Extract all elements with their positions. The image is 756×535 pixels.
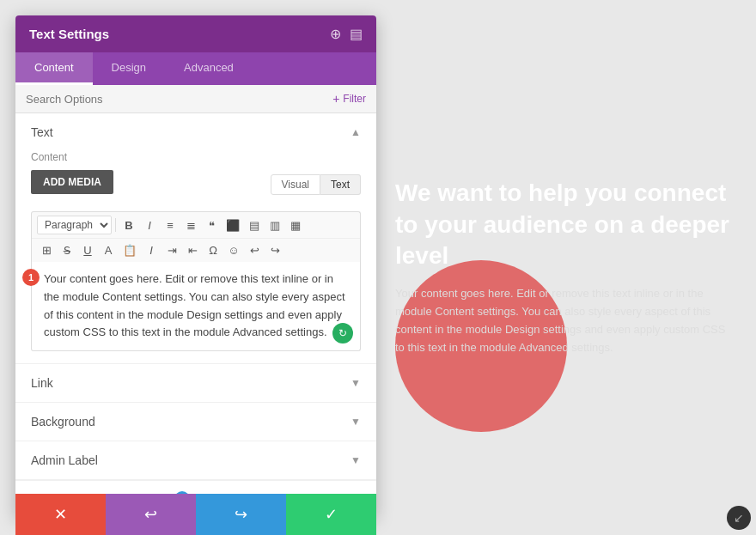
toolbar-row-1: Paragraph Heading 1 Heading 2 B I ≡ ≣ ❝ … [32,212,360,239]
background-section-header[interactable]: Background ▼ [15,403,376,441]
indent-button[interactable]: ⇥ [162,242,181,258]
editor-toggle: Visual Text [271,174,361,195]
underline-button[interactable]: U [78,242,97,258]
header-icons: ⊕ ▤ [330,26,363,42]
editor-area-wrapper: 1 Your content goes here. Edit or remove… [31,262,361,351]
background-chevron-icon: ▼ [351,416,361,428]
undo-button[interactable]: ↩ [106,494,196,535]
editor-text: Your content goes here. Edit or remove t… [44,272,345,338]
admin-label-section: Admin Label ▼ [15,441,376,480]
cancel-icon: ✕ [54,505,67,524]
redo-icon: ↪ [235,505,247,524]
link-chevron-icon: ▼ [351,377,361,389]
outdent-button[interactable]: ⇤ [183,242,202,258]
toolbar-divider-1 [115,218,116,232]
content-label: Content [31,151,361,163]
bold-button[interactable]: B [119,217,138,234]
admin-section-title: Admin Label [31,453,98,467]
corner-resize-icon[interactable]: ↙ [727,506,751,530]
action-bar: ✕ ↩ ↪ ✓ [15,494,376,535]
link-section: Link ▼ [15,364,376,403]
italic2-button[interactable]: I [142,242,161,258]
redo-editor-button[interactable]: ↪ [265,242,284,258]
preview-area: We want to help you connect to your audi… [369,0,756,535]
cancel-button[interactable]: ✕ [15,494,106,535]
tab-content[interactable]: Content [15,52,93,85]
paragraph-select[interactable]: Paragraph Heading 1 Heading 2 [37,216,112,234]
link-section-header[interactable]: Link ▼ [15,364,376,402]
search-bar: + Filter [15,85,376,113]
link-section-title: Link [31,376,53,390]
text-section-title: Text [31,125,53,139]
editor-badge: 1 [22,269,40,286]
tab-advanced[interactable]: Advanced [165,52,253,85]
panel-header: Text Settings ⊕ ▤ [15,15,376,52]
panel-tabs: Content Design Advanced [15,52,376,85]
paste-button[interactable]: 📋 [119,242,140,258]
text-section-header[interactable]: Text ▲ [15,113,376,151]
panel-body: Text ▲ Content ADD MEDIA Visual Text [15,113,376,517]
strikethrough-button[interactable]: S̶ [58,242,76,258]
editor-refresh-button[interactable]: ↻ [332,323,353,343]
undo-icon: ↩ [144,505,157,524]
preview-body: Your content goes here. Edit or remove t… [395,285,730,356]
align-left-button[interactable]: ⬛ [223,217,243,234]
admin-chevron-icon: ▼ [351,454,361,466]
unordered-list-button[interactable]: ≡ [161,217,180,234]
editor-toolbar: Paragraph Heading 1 Heading 2 B I ≡ ≣ ❝ … [31,211,361,262]
blockquote-button[interactable]: ❝ [202,217,221,234]
text-toggle-button[interactable]: Text [320,174,361,195]
filter-plus-icon: + [332,92,339,106]
text-section-content: Content ADD MEDIA Visual Text Paragraph … [15,151,376,363]
text-color-button[interactable]: A [99,242,118,258]
text-chevron-icon: ▲ [351,126,361,138]
expand-icon[interactable]: ⊕ [330,26,341,42]
save-icon: ✓ [325,505,338,524]
admin-section-header[interactable]: Admin Label ▼ [15,441,376,479]
save-button[interactable]: ✓ [286,494,376,535]
background-section-title: Background [31,415,95,429]
undo-editor-button[interactable]: ↩ [245,242,264,258]
editor-content-area[interactable]: Your content goes here. Edit or remove t… [31,262,361,351]
redo-button[interactable]: ↪ [196,494,286,535]
background-section: Background ▼ [15,403,376,441]
visual-toggle-button[interactable]: Visual [271,174,320,195]
italic-button[interactable]: I [140,217,159,234]
ordered-list-button[interactable]: ≣ [181,217,200,234]
preview-heading: We want to help you connect to your audi… [395,178,730,271]
tab-design[interactable]: Design [93,52,165,85]
add-media-button[interactable]: ADD MEDIA [31,170,113,194]
search-input[interactable] [26,93,332,106]
align-center-button[interactable]: ▤ [245,217,264,234]
emoji-button[interactable]: ☺ [224,242,243,258]
table-button[interactable]: ⊞ [37,242,56,258]
panel-title: Text Settings [29,27,109,41]
filter-label: Filter [343,93,366,105]
filter-button[interactable]: + Filter [332,92,366,106]
text-settings-panel: Text Settings ⊕ ▤ Content Design Advance… [15,15,376,517]
align-right-button[interactable]: ▥ [265,217,284,234]
align-justify-button[interactable]: ▦ [286,217,305,234]
text-section: Text ▲ Content ADD MEDIA Visual Text [15,113,376,364]
sidebar-icon[interactable]: ▤ [350,26,363,42]
toolbar-row-2: ⊞ S̶ U A 📋 I ⇥ ⇤ Ω ☺ ↩ ↪ [32,239,360,262]
omega-button[interactable]: Ω [204,242,223,258]
